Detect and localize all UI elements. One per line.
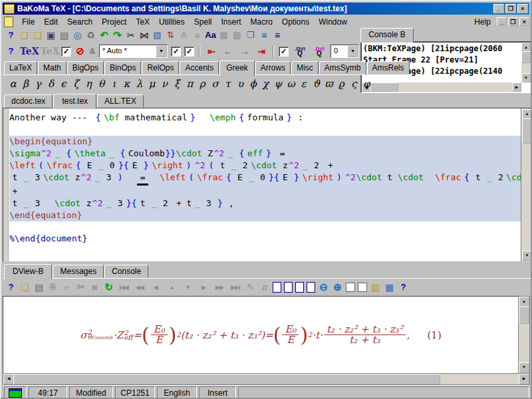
justify-paragraph-icon[interactable]: ≡ [258, 29, 269, 41]
symbol-zeta[interactable]: ζ [70, 78, 82, 90]
editor-text[interactable]: Another way --- {\bf mathematical} \emph… [9, 108, 521, 261]
copy-block-icon[interactable]: ▥ [218, 29, 229, 41]
child-close-button[interactable]: × [519, 17, 529, 26]
help-icon[interactable]: ? [5, 45, 17, 57]
symbol-pi[interactable]: π [184, 78, 196, 90]
dvi-search-icon[interactable]: .DVI Q [311, 47, 327, 56]
dvi-sync-checkbox[interactable]: ✓ [279, 47, 289, 57]
save-icon[interactable]: ▣ [45, 29, 57, 41]
minimize-button[interactable]: _ [493, 4, 504, 13]
child-restore-button[interactable]: ❐ [508, 17, 518, 26]
context-help-icon[interactable]: ? [398, 281, 409, 293]
next-error-icon[interactable]: → [238, 45, 251, 57]
scroll-thumb[interactable] [519, 307, 529, 324]
svg-export-icon[interactable]: ✄ [75, 281, 86, 293]
scroll-thumb[interactable] [521, 51, 531, 63]
menu-help[interactable]: Help [469, 16, 495, 28]
open-file-icon[interactable]: ❏ [19, 29, 30, 41]
fast-back-icon[interactable]: ◀◀ [133, 281, 146, 293]
scroll-thumb[interactable] [522, 118, 532, 144]
sort-icon[interactable]: ⇅ [165, 29, 176, 41]
zoom-in-icon[interactable]: ⊕ [332, 281, 343, 293]
restore-button[interactable]: ❐ [505, 4, 516, 13]
snapshot-icon[interactable]: ◙ [89, 281, 100, 293]
symbol-psi[interactable]: ψ [272, 78, 285, 90]
menu-search[interactable]: Search [63, 16, 97, 28]
editor-vscrollbar[interactable]: ▲ ▼ [521, 108, 531, 261]
uppercase-icon[interactable]: A [178, 29, 190, 41]
tab-messages[interactable]: Messages [53, 265, 104, 278]
child-minimize-button[interactable]: _ [497, 17, 507, 26]
menu-macro[interactable]: Macro [245, 16, 277, 28]
symbol-omega[interactable]: ω [285, 78, 297, 90]
tab-math[interactable]: Math [38, 61, 66, 74]
next-page-icon[interactable]: ▶ [197, 281, 210, 293]
tab-binops[interactable]: BinOps [104, 61, 141, 74]
symbol-eta[interactable]: η [82, 78, 95, 90]
scroll-down-icon[interactable]: ▼ [522, 251, 532, 261]
help-icon[interactable]: ? [5, 281, 17, 293]
insert-file-icon[interactable]: ❒ [245, 29, 256, 41]
prev-error-icon[interactable]: ← [221, 45, 235, 57]
menu-insert[interactable]: Insert [216, 16, 245, 28]
refresh-icon[interactable]: ↻ [103, 281, 114, 293]
dvi-preview[interactable]: σ2θCoulomb · Z2eff = ( E₀E )2 (t₂ · z₂² … [3, 296, 518, 374]
search-in-files-icon[interactable]: ◎ [72, 29, 83, 41]
option2-checkbox[interactable] [358, 283, 367, 292]
preview-vscrollbar[interactable]: ▲ ▼ [518, 296, 530, 374]
cut-icon[interactable]: ✂ [125, 29, 136, 41]
symbol-alpha[interactable]: α [7, 78, 19, 90]
symbol-vartheta[interactable]: ϑ [310, 78, 323, 90]
tab-dcdoc[interactable]: dcdoc.tex [4, 94, 53, 108]
fast-forward-icon[interactable]: ▶▶ [213, 281, 226, 293]
scroll-down-icon[interactable]: ▼ [519, 362, 529, 373]
menu-project[interactable]: Project [97, 16, 131, 28]
close-button[interactable]: × [517, 4, 528, 13]
display-settings-icon[interactable]: ▦ [384, 281, 395, 293]
menu-file[interactable]: File [17, 16, 39, 28]
symbol-varsigma[interactable]: ς [348, 78, 360, 90]
console-hscrollbar[interactable]: ◀ ▶ [362, 82, 521, 92]
dvips-icon[interactable]: ✇ [47, 281, 59, 293]
tab-dview[interactable]: DView-B [4, 264, 52, 279]
print-icon[interactable]: ▤ [33, 281, 45, 293]
redo-icon[interactable]: ↷ [112, 29, 123, 41]
scroll-thumb[interactable] [370, 82, 398, 92]
zoom-out-icon[interactable]: ⊖ [318, 281, 329, 293]
page-corner-icon[interactable] [295, 282, 304, 293]
preview-hscrollbar[interactable]: ◀ ▶ [3, 373, 530, 385]
last-page-icon[interactable]: ▶▶| [229, 281, 242, 293]
scroll-down-icon[interactable]: ▼ [181, 281, 194, 293]
chevron-down-icon[interactable]: ▼ [156, 45, 167, 57]
menu-spell[interactable]: Spell [190, 16, 217, 28]
capitalize-icon[interactable]: Aa [205, 29, 216, 41]
tab-amssymb[interactable]: AmsSymb [319, 61, 366, 74]
undo-icon[interactable]: ↶ [98, 29, 110, 41]
menu-tex[interactable]: TeX [131, 16, 154, 28]
symbol-lambda[interactable]: λ [133, 78, 146, 90]
tab-console-b[interactable]: Console B [360, 28, 414, 43]
symbol-varepsilon[interactable]: ε [297, 78, 310, 90]
edit-source-icon[interactable]: ✎ [245, 281, 256, 293]
format-checkbox[interactable]: ✓ [61, 47, 71, 57]
justify-all-icon[interactable]: ≡ [271, 29, 283, 41]
tab-latex[interactable]: LaTeX [4, 61, 37, 74]
symbol-kappa[interactable]: κ [120, 78, 133, 90]
tab-bigops[interactable]: BigOps [67, 61, 104, 74]
symbol-xi[interactable]: ξ [171, 78, 184, 90]
scroll-up-icon[interactable]: ▲ [522, 109, 532, 119]
tab-test[interactable]: test.tex [53, 94, 96, 109]
document-properties-icon[interactable]: ▨ [370, 281, 381, 293]
symbol-tau[interactable]: τ [221, 78, 234, 90]
symbol-varpi[interactable]: ϖ [323, 78, 335, 90]
paste-icon[interactable]: ▧ [152, 29, 163, 41]
symbol-rho[interactable]: ρ [196, 78, 209, 90]
scroll-up-icon[interactable]: ▲ [519, 297, 529, 307]
symbol-nu[interactable]: ν [158, 78, 171, 90]
symbol-epsilon[interactable]: ϵ [57, 78, 70, 90]
scroll-right-icon[interactable]: ▶ [519, 374, 529, 384]
scroll-up-icon[interactable]: ▲ [521, 43, 531, 52]
join-lines-icon[interactable]: ⋈ [138, 29, 150, 41]
console-vscrollbar[interactable]: ▲ ▼ [521, 43, 531, 82]
last-error-icon[interactable]: ⇥ [255, 45, 268, 57]
